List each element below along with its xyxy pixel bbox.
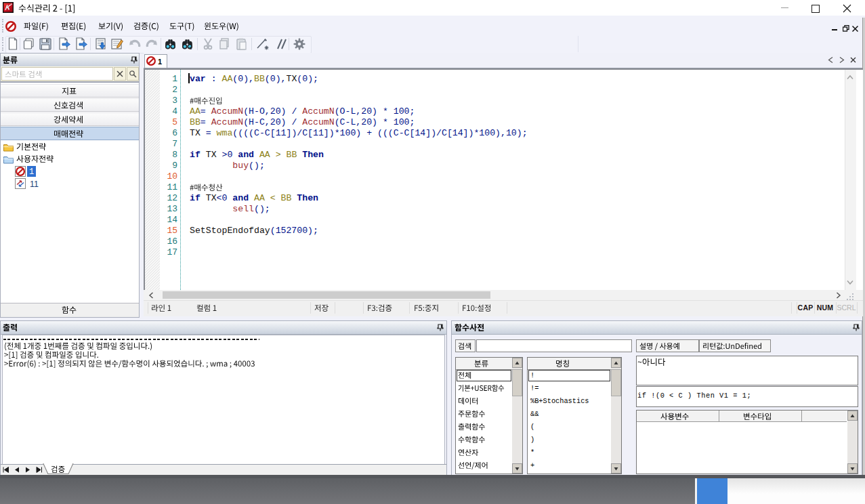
- svg-text:s: s: [190, 45, 192, 51]
